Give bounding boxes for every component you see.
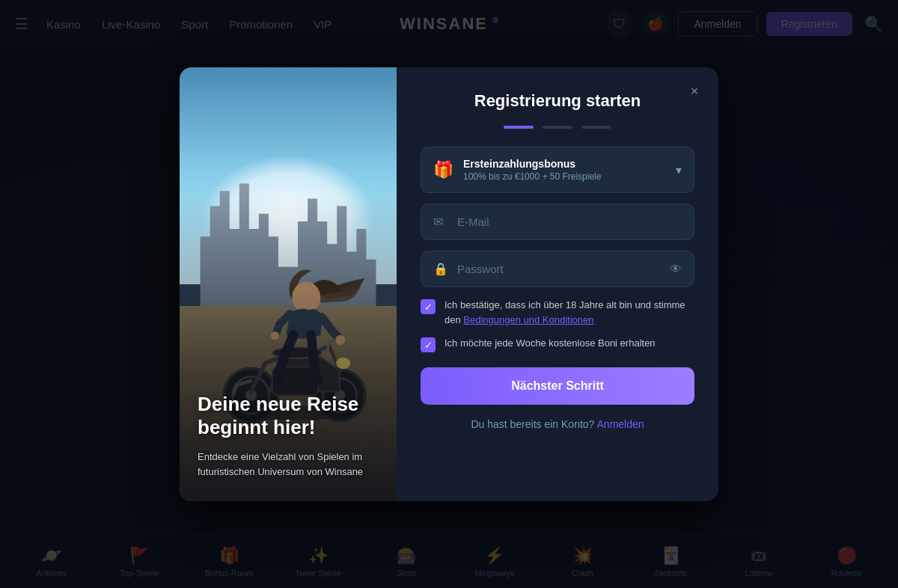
password-input[interactable] [457, 263, 661, 275]
email-input[interactable] [457, 215, 682, 228]
registration-modal: Deine neue Reise beginnt hier! Entdecke … [180, 67, 718, 501]
step-indicators [421, 126, 694, 129]
bonus-dropdown[interactable]: 🎁 Ersteinzahlungsbonus 100% bis zu €1000… [421, 147, 694, 193]
bonus-title: Ersteinzahlungsbonus [463, 158, 667, 170]
bonus-gift-icon: 🎁 [433, 160, 454, 180]
bonus-info: Ersteinzahlungsbonus 100% bis zu €1000 +… [463, 158, 667, 182]
modal-left-title: Deine neue Reise beginnt hier! [198, 393, 379, 439]
chevron-down-icon: ▾ [676, 163, 682, 177]
age-confirmation-row: ✓ Ich bestätige, dass ich über 18 Jahre … [421, 298, 694, 327]
modal-right-panel: × Registrierung starten 🎁 Ersteinzahlung… [397, 67, 718, 501]
password-field-wrapper: 🔒 👁 [421, 251, 694, 287]
age-checkbox[interactable]: ✓ [421, 299, 436, 314]
weekly-bonus-label: Ich möchte jede Woche kostenlose Boni er… [445, 336, 656, 351]
checkmark-icon: ✓ [424, 301, 433, 313]
email-icon: ✉ [433, 215, 448, 229]
weekly-bonus-checkbox[interactable]: ✓ [421, 337, 436, 352]
modal-left-subtitle: Entdecke eine Vielzahl von Spielen im fu… [198, 450, 379, 479]
weekly-bonus-row: ✓ Ich möchte jede Woche kostenlose Boni … [421, 336, 694, 352]
step-1 [504, 126, 534, 129]
bonus-subtitle: 100% bis zu €1000 + 50 Freispiele [463, 171, 667, 182]
modal-heading: Registrierung starten [421, 91, 694, 111]
modal-left-panel: Deine neue Reise beginnt hier! Entdecke … [180, 67, 397, 501]
step-2 [543, 126, 572, 129]
step-3 [581, 126, 611, 129]
already-account-text: Du hast bereits ein Konto? Anmelden [421, 418, 694, 430]
checkmark-icon-2: ✓ [424, 340, 433, 351]
email-field-wrapper: ✉ [421, 203, 694, 240]
next-step-button[interactable]: Nächster Schritt [421, 367, 694, 405]
close-button[interactable]: × [682, 79, 706, 103]
anmelden-link[interactable]: Anmelden [597, 418, 644, 430]
modal-left-content: Deine neue Reise beginnt hier! Entdecke … [198, 393, 379, 479]
modal-overlay: Deine neue Reise beginnt hier! Entdecke … [0, 0, 898, 588]
lock-icon: 🔒 [433, 262, 448, 276]
age-label: Ich bestätige, dass ich über 18 Jahre al… [445, 298, 694, 327]
terms-link[interactable]: Bedingungen und Konditionen [463, 314, 593, 325]
eye-toggle-icon[interactable]: 👁 [670, 263, 682, 276]
